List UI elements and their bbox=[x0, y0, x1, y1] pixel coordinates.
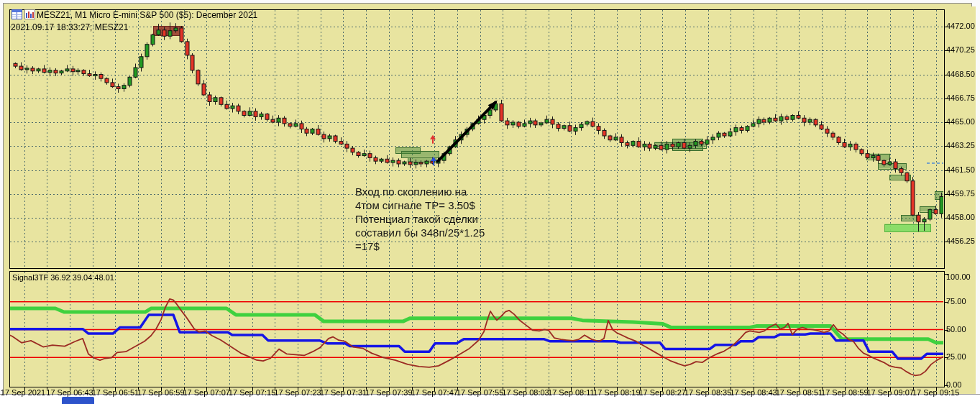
price-axis-label: 4463.25 bbox=[946, 141, 975, 150]
indicator-axis-label: 25.00 bbox=[946, 352, 966, 361]
annotation-text: Вход по скоплению на4том сигнале TP= 3.5… bbox=[355, 185, 485, 253]
price-axis-label: 4461.50 bbox=[946, 165, 975, 174]
price-axis-label: 4456.25 bbox=[946, 237, 975, 245]
price-axis-label: 4459.75 bbox=[946, 189, 975, 198]
screen: MESZ21, M1 Micro E-mini S&P 500 ($5): De… bbox=[0, 0, 980, 404]
time-axis-label: 17 Sep 07:55 bbox=[457, 388, 503, 397]
time-axis-label: 17 Sep 07:15 bbox=[229, 388, 275, 397]
time-axis-label: 17 Sep 07:47 bbox=[411, 388, 457, 397]
annotation-line: составил бы 348п/25*1.25 bbox=[355, 226, 485, 239]
time-axis-label: 17 Sep 08:43 bbox=[730, 388, 777, 397]
chart-header-icons bbox=[12, 9, 35, 22]
indicator-axis-label: 50.00 bbox=[946, 325, 966, 334]
price-axis-label: 4472.00 bbox=[946, 22, 975, 30]
time-axis-label: 17 Sep 08:59 bbox=[821, 388, 868, 397]
annotation-line: =17$ bbox=[355, 239, 485, 253]
time-axis-label: 17 Sep 08:27 bbox=[638, 388, 685, 397]
time-axis-label: 17 Sep 06:59 bbox=[137, 388, 184, 397]
annotation-line: Вход по скоплению на bbox=[355, 185, 485, 198]
time-axis-label: 17 Sep 07:31 bbox=[320, 388, 367, 397]
price-axis-label: 4470.25 bbox=[946, 45, 975, 54]
quotes-table-icon[interactable] bbox=[12, 9, 22, 22]
time-axis-label: 17 Sep 08:51 bbox=[776, 388, 823, 397]
time-axis-label: 17 Sep 09:15 bbox=[912, 388, 959, 397]
time-axis-label: 17 Sep 08:19 bbox=[593, 388, 640, 397]
annotation-line: 4том сигнале TP= 3.50$ bbox=[355, 198, 485, 212]
price-axis-label: 4468.50 bbox=[946, 70, 975, 78]
bar-chart-icon[interactable] bbox=[24, 9, 35, 22]
time-axis-label: 17 Sep 08:03 bbox=[502, 388, 549, 397]
chart-info-line: 2021.09.17 18:33:27; MESZ21 bbox=[11, 22, 128, 32]
time-axis-label: 17 Sep 07:23 bbox=[274, 388, 321, 397]
time-axis-label: 17 Sep 07:39 bbox=[365, 388, 412, 397]
time-axis-label: 17 Sep 06:43 bbox=[46, 388, 93, 397]
chart-canvas[interactable] bbox=[4, 4, 980, 404]
time-axis-label: 17 Sep 06:51 bbox=[92, 388, 139, 397]
annotation-line: Потенциал такой сделки bbox=[355, 212, 485, 226]
time-axis-label: 17 Sep 09:07 bbox=[866, 388, 913, 397]
indicator-axis-label: 75.00 bbox=[946, 297, 966, 306]
time-axis-label: 17 Sep 07:07 bbox=[183, 388, 229, 397]
price-axis-label: 4466.75 bbox=[946, 93, 975, 102]
indicator-label: Signal3TF 36.92 39.04 48.01 bbox=[12, 273, 114, 282]
chart-window: MESZ21, M1 Micro E-mini S&P 500 ($5): De… bbox=[3, 3, 972, 395]
time-axis-label: 17 Sep 2021 bbox=[1, 388, 45, 397]
time-axis-label: 17 Sep 08:11 bbox=[548, 388, 595, 397]
price-axis-label: 4465.00 bbox=[946, 117, 975, 126]
price-axis-label: 4458.00 bbox=[946, 213, 975, 221]
time-axis-label: 17 Sep 08:35 bbox=[684, 388, 731, 397]
chart-title: MESZ21, M1 Micro E-mini S&P 500 ($5): De… bbox=[37, 10, 257, 20]
bottom-strip-accent bbox=[62, 397, 94, 404]
indicator-axis-label: 100.00 bbox=[946, 272, 971, 281]
